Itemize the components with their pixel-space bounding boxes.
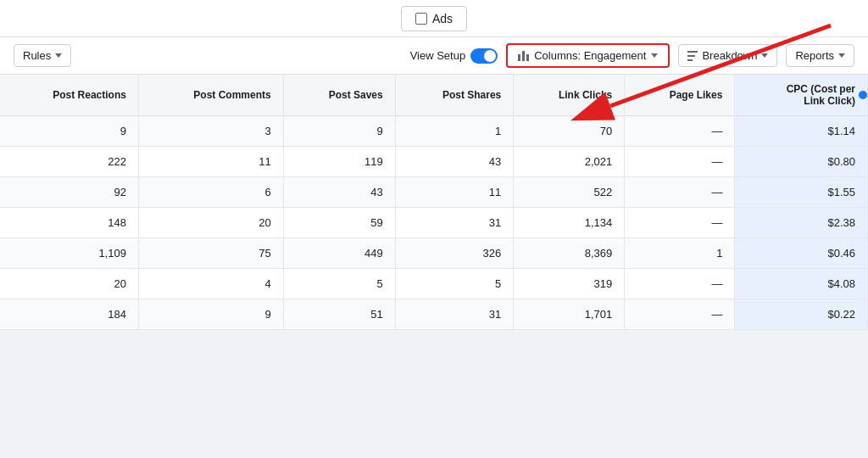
table-cell: 92 — [0, 177, 138, 208]
col-header-page-likes: Page Likes — [625, 75, 735, 116]
table-row: 184951311,701—$0.22 — [0, 299, 868, 330]
table-cell: 148 — [0, 208, 138, 238]
table-cell: 184 — [0, 299, 138, 330]
col-header-post-saves: Post Saves — [283, 75, 395, 116]
view-setup-label: View Setup — [410, 49, 466, 62]
table-cell: 20 — [0, 269, 138, 299]
table-cell: 43 — [283, 177, 395, 208]
table-cell: — — [625, 177, 735, 208]
table-cell: — — [625, 147, 735, 177]
columns-icon — [518, 51, 529, 61]
ads-tab[interactable]: Ads — [401, 6, 467, 31]
breakdown-button[interactable]: Breakdown — [678, 44, 777, 67]
data-table: Post Reactions Post Comments Post Saves … — [0, 75, 868, 330]
col-header-post-shares: Post Shares — [395, 75, 514, 116]
table-cell: 5 — [395, 269, 514, 299]
toolbar-left: Rules — [14, 44, 71, 67]
rules-chevron-icon — [55, 53, 62, 58]
table-cell: 9 — [138, 299, 283, 330]
table-cell: 6 — [138, 177, 283, 208]
col-header-post-comments: Post Comments — [138, 75, 283, 116]
toolbar-right: View Setup Columns: Engagement Breakdown… — [410, 43, 854, 68]
table-cell: 522 — [514, 177, 625, 208]
table-cell: 319 — [514, 269, 625, 299]
table-cell: 3 — [138, 116, 283, 147]
table-cell: 1 — [625, 238, 735, 269]
table-cell: $4.08 — [735, 269, 868, 299]
table-cell: $1.55 — [735, 177, 868, 208]
table-row: 22211119432,021—$0.80 — [0, 147, 868, 177]
table-cell: 4 — [138, 269, 283, 299]
col-header-link-clicks: Link Clicks — [514, 75, 625, 116]
table-cell: 31 — [395, 299, 514, 330]
table-cell: 1 — [395, 116, 514, 147]
table-row: 1,109754493268,3691$0.46 — [0, 238, 868, 269]
table-cell: 2,021 — [514, 147, 625, 177]
view-setup-toggle[interactable] — [470, 48, 498, 64]
breakdown-icon — [687, 51, 698, 61]
view-setup: View Setup — [410, 48, 498, 64]
table-cell: — — [625, 299, 735, 330]
table-cell: 222 — [0, 147, 138, 177]
columns-chevron-icon — [651, 53, 658, 58]
col-header-post-reactions: Post Reactions — [0, 75, 138, 116]
top-bar: Ads — [0, 0, 868, 37]
cpc-blue-dot — [859, 91, 867, 99]
table-cell: 326 — [395, 238, 514, 269]
table-cell: $1.14 — [735, 116, 868, 147]
table-cell: 11 — [395, 177, 514, 208]
table-cell: 8,369 — [514, 238, 625, 269]
breakdown-label: Breakdown — [702, 49, 757, 62]
table-cell: 31 — [395, 208, 514, 238]
columns-label: Columns: Engagement — [534, 49, 646, 62]
col-header-cpc: CPC (Cost perLink Click) — [735, 75, 868, 116]
rules-label: Rules — [23, 49, 51, 62]
table-cell: 43 — [395, 147, 514, 177]
col-bar-2 — [522, 51, 525, 61]
table-cell: — — [625, 208, 735, 238]
table-row: 9264311522—$1.55 — [0, 177, 868, 208]
table-cell: 75 — [138, 238, 283, 269]
b-line-1 — [687, 51, 698, 53]
ads-tab-icon — [415, 13, 427, 25]
table-cell: — — [625, 269, 735, 299]
table-cell: 5 — [283, 269, 395, 299]
breakdown-chevron-icon — [761, 53, 768, 58]
table-row: 1482059311,134—$2.38 — [0, 208, 868, 238]
b-line-2 — [687, 55, 694, 57]
col-bar-3 — [526, 54, 529, 61]
col-bar-1 — [518, 54, 520, 61]
table-cell: $2.38 — [735, 208, 868, 238]
b-line-3 — [687, 59, 693, 61]
table-container: Post Reactions Post Comments Post Saves … — [0, 75, 868, 330]
table-cell: 119 — [283, 147, 395, 177]
table-row: 939170—$1.14 — [0, 116, 868, 147]
table-cell: $0.22 — [735, 299, 868, 330]
table-cell: 11 — [138, 147, 283, 177]
table-cell: 9 — [283, 116, 395, 147]
table-cell: 59 — [283, 208, 395, 238]
table-cell: 1,134 — [514, 208, 625, 238]
table-cell: 1,109 — [0, 238, 138, 269]
table-cell: 1,701 — [514, 299, 625, 330]
table-header-row: Post Reactions Post Comments Post Saves … — [0, 75, 868, 116]
table-cell: — — [625, 116, 735, 147]
table-cell: 51 — [283, 299, 395, 330]
table-cell: $0.46 — [735, 238, 868, 269]
table-cell: 449 — [283, 238, 395, 269]
reports-chevron-icon — [838, 53, 845, 58]
table-cell: 70 — [514, 116, 625, 147]
table-cell: 9 — [0, 116, 138, 147]
columns-button[interactable]: Columns: Engagement — [506, 43, 670, 68]
toolbar: Rules View Setup Columns: Engagement Bre — [0, 37, 868, 75]
table-cell: $0.80 — [735, 147, 868, 177]
reports-label: Reports — [795, 49, 834, 62]
table-cell: 20 — [138, 208, 283, 238]
reports-button[interactable]: Reports — [786, 44, 854, 67]
rules-button[interactable]: Rules — [14, 44, 71, 67]
table-row: 20455319—$4.08 — [0, 269, 868, 299]
ads-tab-label: Ads — [432, 12, 453, 25]
